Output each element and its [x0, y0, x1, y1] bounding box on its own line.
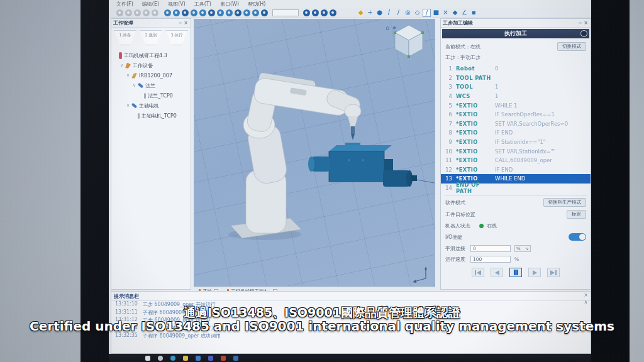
tree-item[interactable]: ∨法兰	[114, 80, 189, 90]
stage-tab-1[interactable]: 1.准备	[114, 30, 136, 45]
stage-tab-3[interactable]: 3.执行	[165, 30, 188, 45]
step-list: 1Robot02TOOL PATH3TOOL14WCS15*EXTIOWHILE…	[441, 64, 591, 192]
edge-browser-icon[interactable]	[170, 356, 175, 361]
production-mode-button[interactable]: 切换到生产模式	[543, 198, 587, 207]
polyline-icon[interactable]: /	[394, 9, 402, 17]
menu-item-4[interactable]: 窗口(W)	[220, 1, 239, 8]
execute-machining-label: 执行加工	[504, 30, 527, 38]
draw-path-icon[interactable]: /	[423, 9, 431, 17]
new-file-icon[interactable]	[116, 9, 123, 16]
delete-icon[interactable]: ×	[441, 9, 450, 17]
pause-button[interactable]	[509, 268, 522, 277]
view-back-icon[interactable]	[252, 9, 259, 16]
zoom-icon[interactable]	[182, 9, 189, 16]
diamond-icon[interactable]: ◇	[413, 9, 421, 17]
active-app-icon[interactable]	[196, 356, 201, 361]
3d-viewport[interactable]: ⌂ ∗	[194, 19, 435, 287]
undo-icon[interactable]	[143, 9, 150, 16]
step-row[interactable]: 6*EXTIOIF SearchOperRes==1	[441, 110, 591, 119]
angle-icon[interactable]: ∠	[460, 9, 469, 17]
view-right-icon[interactable]	[243, 9, 250, 16]
close-icon[interactable]: ×	[583, 292, 589, 298]
expand-chevron-icon[interactable]: ∨	[126, 103, 131, 108]
step-row[interactable]: 8*EXTIOIF END	[441, 128, 591, 138]
orbit-icon[interactable]	[191, 9, 197, 16]
mail-app-icon[interactable]	[221, 356, 226, 361]
add-point-icon[interactable]: +	[366, 9, 374, 17]
menu-item-2[interactable]: 视图(V)	[168, 1, 186, 8]
pattern-icon[interactable]: ◆	[451, 9, 459, 17]
folder-icon[interactable]	[183, 356, 188, 361]
menu-item-5[interactable]: 帮助(H)	[248, 1, 265, 8]
section-icon[interactable]	[330, 9, 336, 16]
smooth-input[interactable]: 0	[470, 245, 511, 252]
start-icon[interactable]	[145, 356, 150, 361]
previous-step-button[interactable]	[491, 268, 503, 277]
search-icon[interactable]	[158, 356, 163, 361]
first-step-button[interactable]	[472, 268, 484, 277]
step-row[interactable]: 5*EXTIOWHILE 1	[441, 101, 591, 110]
tree-item[interactable]: 主轴电机_TCP0	[114, 111, 189, 121]
last-step-button[interactable]	[547, 268, 560, 277]
tree-item[interactable]: ∨IRB1200_007	[114, 70, 189, 80]
close-icon[interactable]: ×	[583, 20, 589, 26]
point-icon[interactable]: ●	[375, 9, 384, 17]
step-row[interactable]: 12*EXTIOIF END	[441, 165, 591, 175]
select-arrow-icon[interactable]	[173, 9, 180, 16]
shaded-view-icon[interactable]	[303, 9, 310, 16]
speed-input[interactable]: 100	[470, 256, 511, 263]
tree-item[interactable]: 工玛机械臂工程4.3	[114, 50, 189, 60]
step-row[interactable]: 11*EXTIOCALL,60049009_oper	[441, 156, 591, 165]
tree-item[interactable]: ∨主轴电机	[114, 101, 189, 111]
menu-item-3[interactable]: 工具(T)	[194, 1, 211, 8]
fit-view-icon[interactable]	[261, 9, 268, 16]
step-row[interactable]: 10*EXTIOSET VAR,StationIdx=""	[441, 146, 591, 156]
surface-icon[interactable]: ▪	[470, 9, 478, 17]
step-argument: IF END	[495, 129, 513, 136]
expand-chevron-icon[interactable]: ∨	[126, 73, 131, 78]
pan-icon[interactable]	[199, 9, 206, 16]
collapse-icon[interactable]	[580, 30, 587, 37]
pin-icon[interactable]: ‒	[177, 20, 183, 26]
menu-item-0[interactable]: 文件(F)	[116, 1, 133, 8]
step-row[interactable]: 9*EXTIOIF StationIdx=="1"	[441, 138, 591, 147]
compass-app-icon[interactable]	[208, 356, 213, 361]
pin-icon[interactable]: ‒	[577, 20, 583, 26]
expand-chevron-icon[interactable]: ∨	[133, 83, 138, 88]
close-icon[interactable]: ×	[183, 20, 189, 26]
measure-icon[interactable]	[321, 9, 328, 16]
save-icon[interactable]	[134, 9, 141, 16]
view-iso-icon[interactable]	[217, 9, 224, 16]
io-enable-toggle[interactable]	[569, 233, 586, 241]
tree-item[interactable]: ∨工作设备	[114, 60, 189, 70]
panel-icon[interactable]: ■	[432, 9, 440, 17]
view-top-icon[interactable]	[226, 9, 233, 16]
view-front-icon[interactable]	[208, 9, 215, 16]
view-left-icon[interactable]	[235, 9, 242, 16]
step-row[interactable]: 4WCS1	[441, 92, 591, 101]
project-icon	[119, 52, 122, 59]
smooth-unit-select[interactable]: %∨	[514, 245, 531, 252]
step-row[interactable]: 1Robot0	[441, 64, 591, 74]
expand-chevron-icon[interactable]: ∨	[120, 63, 125, 68]
open-file-icon[interactable]	[125, 9, 132, 16]
cursor-icon[interactable]	[312, 9, 319, 16]
circle-icon[interactable]: ◎	[404, 9, 412, 17]
step-row[interactable]: 2TOOL PATH	[441, 74, 591, 83]
step-row[interactable]: 14END OF PATH	[441, 184, 591, 193]
step-row[interactable]: 7*EXTIOSET VAR,SearchOperRes=0	[441, 119, 591, 129]
toolbar-combo[interactable]	[272, 9, 299, 16]
stage-tab-2[interactable]: 2.规划	[140, 30, 162, 45]
step-row[interactable]: 3TOOL1	[441, 82, 591, 92]
scroll-up-icon[interactable]: ∧	[583, 299, 589, 305]
refresh-icon[interactable]	[164, 9, 171, 16]
calibrate-button[interactable]: 标定	[567, 210, 586, 219]
tree-item[interactable]: 法兰_TCP0	[114, 90, 189, 101]
menu-item-1[interactable]: 编辑(E)	[142, 1, 159, 8]
play-button[interactable]	[528, 268, 541, 277]
redo-icon[interactable]	[152, 9, 158, 16]
lock-icon[interactable]: ◆	[357, 9, 365, 17]
line-icon[interactable]: /	[385, 9, 393, 17]
app-icon[interactable]	[233, 356, 238, 361]
switch-mode-button[interactable]: 切换模式	[557, 42, 586, 51]
